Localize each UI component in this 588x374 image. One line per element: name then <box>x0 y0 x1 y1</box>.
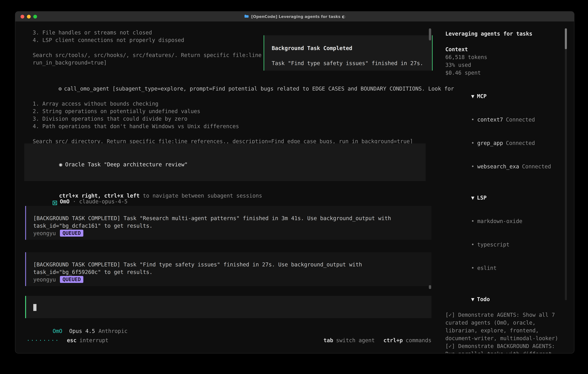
mcp-heading-label: MCP <box>477 93 487 99</box>
message-meta: yeongyuQUEUED <box>33 276 431 283</box>
lsp-heading-label: LSP <box>477 195 487 201</box>
context-used: 33% used <box>445 61 566 69</box>
oracle-task-panel[interactable]: ◉Oracle Task "Deep architecture review" … <box>24 144 426 181</box>
sidebar-scrollbar-track[interactable] <box>565 28 567 300</box>
message-author: yeongyu <box>33 230 56 236</box>
main-scrollbar-thumb[interactable] <box>429 28 431 41</box>
hint-text: to navigate between subagent sessions <box>140 193 262 199</box>
sidebar: Leveraging agents for tasks Context 66,5… <box>445 30 566 353</box>
tab-key-hint: tab <box>324 337 333 344</box>
lsp-section-header[interactable]: ▼LSP <box>445 186 566 209</box>
status-left: ········ esc interrupt <box>27 337 108 344</box>
window-title: [OpenCode] Leveraging agents for tasks ◐ <box>244 11 345 21</box>
tab-key-label: switch agent <box>336 337 375 344</box>
agent-name: OmO <box>60 198 70 205</box>
agent-separator <box>70 198 73 205</box>
bullet-icon: • <box>471 218 474 224</box>
tool-call-body: 1. Array access without bounds checking … <box>33 100 454 145</box>
message-text: [BACKGROUND TASK COMPLETED] Task "Resear… <box>33 215 431 230</box>
spinner-icon: ········ <box>27 337 59 344</box>
message-author: yeongyu <box>33 277 56 283</box>
fisheye-icon: ◉ <box>59 161 62 167</box>
status-bar: ········ esc interrupt tab switch agent … <box>27 337 431 344</box>
folder-icon <box>244 11 249 21</box>
window-title-text: [OpenCode] Leveraging agents for tasks ◐ <box>251 11 345 21</box>
tool-call-name-line: call_omo_agent [subagent_type=explore, p… <box>64 86 454 92</box>
input-model-name: Opus 4.5 <box>69 328 95 334</box>
agent-model: claude-opus-4-5 <box>79 198 127 205</box>
background-task-toast: Background Task Completed Task "Find typ… <box>264 35 433 71</box>
text-cursor <box>33 304 36 311</box>
mcp-section-header[interactable]: ▼MCP <box>445 84 566 108</box>
gear-icon: ⚙ <box>58 86 62 92</box>
session-title: Leveraging agents for tasks <box>445 30 566 38</box>
status-right: tab switch agent ctrl+p commands <box>315 337 431 344</box>
context-tokens: 66,518 tokens <box>445 53 566 61</box>
queued-badge: QUEUED <box>60 230 83 237</box>
queued-badge: QUEUED <box>60 276 83 283</box>
traffic-lights <box>21 11 37 21</box>
tool-call-block: ⚙call_omo_agent [subagent_type=explore, … <box>33 78 454 145</box>
bullet-icon: • <box>471 241 474 248</box>
todo-section-header[interactable]: ▼Todo <box>445 288 566 311</box>
collapse-arrow-icon: ▼ <box>471 93 474 99</box>
lsp-item: •typescript <box>445 233 566 256</box>
scrollback-log-tail: 3. File handles or streams not closed 4.… <box>33 29 262 67</box>
mcp-item: •grep_appConnected <box>445 131 566 155</box>
message-meta: yeongyuQUEUED <box>33 230 431 237</box>
agent-icon <box>53 201 57 205</box>
prompt-input[interactable] <box>25 296 431 318</box>
context-heading: Context <box>445 45 566 53</box>
bullet-icon: • <box>471 265 474 271</box>
lsp-item: •markdown-oxide <box>445 209 566 233</box>
todo-item: [✓] Demonstrate BACKGROUND AGENTS: Run p… <box>445 342 566 353</box>
todo-heading-label: Todo <box>477 296 490 302</box>
todo-item: [✓] Demonstrate AGENTS: Show all 7 curat… <box>445 311 566 342</box>
minimize-button[interactable] <box>27 15 31 18</box>
collapse-arrow-icon: ▼ <box>471 296 474 302</box>
zoom-button[interactable] <box>33 15 37 18</box>
input-provider: Anthropic <box>99 328 128 334</box>
lsp-item: •eslint <box>445 256 566 280</box>
esc-key-label: interrupt <box>79 337 108 344</box>
message-text: [BACKGROUND TASK COMPLETED] Task "Find t… <box>33 261 431 276</box>
toast-title: Background Task Completed <box>272 44 432 52</box>
desktop: [OpenCode] Leveraging agents for tasks ◐… <box>0 0 588 374</box>
dot-separator: · <box>73 198 76 205</box>
ctrlp-key-hint: ctrl+p <box>383 337 403 344</box>
esc-key-hint: esc <box>67 337 76 344</box>
titlebar: [OpenCode] Leveraging agents for tasks ◐ <box>15 11 574 22</box>
bullet-icon: • <box>471 163 474 169</box>
sidebar-scrollbar-thumb[interactable] <box>565 28 567 49</box>
toast-body: Task "Find type safety issues" finished … <box>272 60 432 67</box>
oracle-task-title: Oracle Task "Deep architecture review" <box>65 161 188 167</box>
main-scrollbar-end[interactable] <box>429 285 431 289</box>
bullet-icon: • <box>471 116 474 123</box>
collapse-arrow-icon: ▼ <box>471 195 474 201</box>
queued-message: [BACKGROUND TASK COMPLETED] Task "Find t… <box>25 252 431 286</box>
ctrlp-key-label: commands <box>406 337 431 344</box>
bullet-icon: • <box>471 140 474 146</box>
queued-message: [BACKGROUND TASK COMPLETED] Task "Resear… <box>25 206 431 240</box>
mcp-item: •context7Connected <box>445 108 566 131</box>
opencode-window: [OpenCode] Leveraging agents for tasks ◐… <box>15 11 574 353</box>
mcp-item: •websearch_exaConnected <box>445 155 566 178</box>
input-agent-name: OmO <box>53 328 62 334</box>
context-spent: $0.46 spent <box>445 69 566 77</box>
close-button[interactable] <box>21 15 24 18</box>
